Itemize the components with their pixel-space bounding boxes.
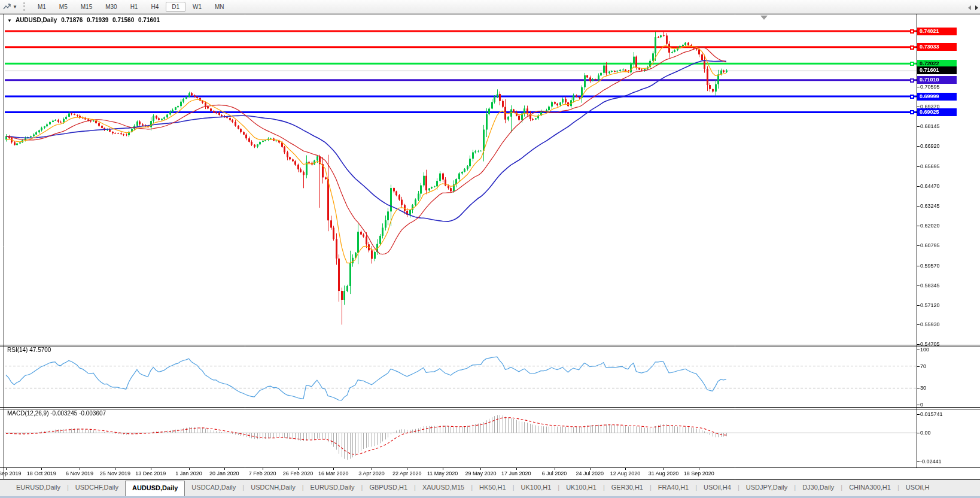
timeframe-button-m15[interactable]: M15 bbox=[75, 2, 98, 12]
chart-tab-uk100-h1[interactable]: UK100,H1 bbox=[515, 480, 558, 497]
chart-tab-eurusd-daily[interactable]: EURUSD,Daily bbox=[304, 480, 361, 497]
macd-axis-label: 0.00 bbox=[920, 430, 931, 436]
chart-tab-gbpusd-h1[interactable]: GBPUSD,H1 bbox=[363, 480, 414, 497]
rsi-axis-label: 100 bbox=[920, 347, 929, 353]
x-axis-date-label: 13 Dec 2019 bbox=[135, 470, 166, 476]
ohlc-low: 0.71560 bbox=[112, 17, 134, 23]
y-axis-label: 0.63245 bbox=[920, 203, 940, 209]
y-axis-label: 0.70595 bbox=[920, 84, 940, 90]
chart-tab-usdchf-daily[interactable]: USDCHF,Daily bbox=[69, 480, 125, 497]
chart-tab-audusd-daily[interactable]: AUDUSD,Daily bbox=[125, 481, 185, 497]
ohlc-close: 0.71601 bbox=[138, 17, 160, 23]
price-chart-canvas[interactable] bbox=[0, 0, 980, 498]
timeframe-button-mn[interactable]: MN bbox=[209, 2, 230, 12]
chart-tab-usdjpy-daily[interactable]: USDJPY,Daily bbox=[739, 480, 795, 497]
tab-scroll-right-icon[interactable] bbox=[975, 5, 978, 10]
chart-tab-china300-h1[interactable]: CHINA300,H1 bbox=[842, 480, 897, 497]
x-axis-date-label: 25 Nov 2019 bbox=[100, 470, 130, 476]
ohlc-open: 0.71876 bbox=[61, 17, 83, 23]
rsi-indicator-label: RSI(14) 47.5700 bbox=[7, 347, 51, 353]
chart-tab-dj30-daily[interactable]: DJ30,Daily bbox=[796, 480, 841, 497]
price-line-arrow-icon[interactable] bbox=[2, 2, 11, 11]
x-axis-date-label: 26 Feb 2020 bbox=[283, 470, 314, 476]
y-axis-label: 0.60795 bbox=[920, 242, 940, 248]
x-axis-date-label: 18 Sep 2020 bbox=[684, 470, 714, 476]
chart-tab-uk100-h1[interactable]: UK100,H1 bbox=[559, 480, 603, 497]
rsi-axis-label: 0 bbox=[920, 402, 923, 408]
y-axis-label: 0.55930 bbox=[920, 321, 940, 327]
x-axis-date-label: 6 Jul 2020 bbox=[542, 470, 567, 476]
chart-tab-xauusd-m15[interactable]: XAUUSD,M15 bbox=[416, 480, 471, 497]
chart-tab-usdcnh-daily[interactable]: USDCNH,Daily bbox=[244, 480, 302, 497]
x-axis-date-label: 3 Apr 2020 bbox=[358, 470, 385, 476]
timeframe-toolbar: ▼ M1M5M15M30H1H4D1W1MN bbox=[0, 0, 980, 14]
chart-tab-usoil-h[interactable]: USOil,H bbox=[899, 480, 936, 497]
chart-tab-hk50-h1[interactable]: HK50,H1 bbox=[473, 480, 513, 497]
y-axis-label: 0.62020 bbox=[920, 223, 940, 229]
toolbar-grip bbox=[23, 2, 25, 11]
timeframe-button-w1[interactable]: W1 bbox=[187, 2, 208, 12]
chevron-down-icon[interactable]: ▼ bbox=[13, 4, 17, 10]
x-axis-date-label: 17 Jun 2020 bbox=[501, 470, 531, 476]
chart-tab-usoil-h4[interactable]: USOil,H4 bbox=[697, 480, 738, 497]
chart-symbol: AUDUSD,Daily bbox=[16, 17, 57, 23]
y-axis-label: 0.57120 bbox=[920, 302, 940, 308]
trading-terminal: { "toolbar": { "timeframes": [ {"label":… bbox=[0, 0, 980, 498]
y-axis-label: 0.59570 bbox=[920, 263, 940, 269]
macd-axis-label: 0.015741 bbox=[920, 411, 943, 417]
rsi-axis-label: 30 bbox=[920, 385, 926, 391]
timeframe-button-h1[interactable]: H1 bbox=[124, 2, 144, 12]
x-axis-date-label: 20 Jan 2020 bbox=[209, 470, 239, 476]
timeframe-button-m1[interactable]: M1 bbox=[32, 2, 52, 12]
timeframe-button-h4[interactable]: H4 bbox=[145, 2, 165, 12]
chart-collapse-icon[interactable]: ▼ bbox=[7, 18, 12, 23]
chart-tab-eurusd-daily[interactable]: EURUSD,Daily bbox=[10, 480, 67, 497]
timeframe-button-d1[interactable]: D1 bbox=[166, 2, 185, 12]
hline-price-tag: 0.69999 bbox=[917, 93, 957, 101]
timeframe-button-m30[interactable]: M30 bbox=[99, 2, 123, 12]
chart-tab-usdcad-daily[interactable]: USDCAD,Daily bbox=[185, 480, 242, 497]
hline-price-tag: 0.73033 bbox=[917, 43, 957, 51]
macd-indicator-label: MACD(12,26,9) -0.003245 -0.003607 bbox=[7, 410, 106, 417]
hline-price-tag: 0.69025 bbox=[917, 108, 957, 116]
timeframe-buttons: M1M5M15M30H1H4D1W1MN bbox=[31, 2, 231, 12]
x-axis-date-label: 30 Sep 2019 bbox=[0, 470, 22, 476]
macd-axis-label: -0.02441 bbox=[920, 458, 942, 464]
rsi-axis-label: 70 bbox=[920, 363, 926, 369]
hline-price-tag: 0.71010 bbox=[917, 76, 957, 84]
y-axis-label: 0.66920 bbox=[920, 143, 940, 149]
tab-scroll-arrows bbox=[968, 5, 978, 10]
y-axis-label: 0.68145 bbox=[920, 123, 940, 129]
x-axis-date-label: 31 Aug 2020 bbox=[649, 470, 679, 476]
chart-tab-ger30-h1[interactable]: GER30,H1 bbox=[605, 480, 650, 497]
chart-title: ▼AUDUSD,Daily 0.71876 0.71939 0.71560 0.… bbox=[7, 17, 162, 23]
chart-tabs: EURUSD,Daily|USDCHF,DailyAUDUSD,DailyUSD… bbox=[10, 480, 936, 497]
current-price-tag: 0.71601 bbox=[917, 66, 957, 74]
x-axis-date-label: 7 Feb 2020 bbox=[249, 470, 276, 476]
hline-price-tag: 0.74021 bbox=[917, 28, 957, 35]
chart-shift-marker[interactable] bbox=[760, 16, 768, 20]
x-axis-date-label: 24 Jul 2020 bbox=[576, 470, 604, 476]
x-axis-date-label: 16 Mar 2020 bbox=[318, 470, 349, 476]
x-axis-date-label: 18 Oct 2019 bbox=[27, 470, 56, 476]
x-axis-date-label: 12 Aug 2020 bbox=[610, 470, 641, 476]
ohlc-high: 0.71939 bbox=[87, 17, 108, 23]
x-axis-date-label: 1 Jan 2020 bbox=[175, 470, 202, 476]
x-axis-date-label: 6 Nov 2019 bbox=[66, 470, 93, 476]
y-axis-label: 0.65695 bbox=[920, 163, 940, 169]
y-axis-label: 0.64470 bbox=[920, 183, 940, 189]
x-axis-date-label: 29 May 2020 bbox=[465, 470, 496, 476]
chart-tab-fra40-h1[interactable]: FRA40,H1 bbox=[652, 480, 695, 497]
timeframe-button-m5[interactable]: M5 bbox=[53, 2, 74, 12]
y-axis-label: 0.58345 bbox=[920, 283, 940, 289]
x-axis-date-label: 22 Apr 2020 bbox=[392, 470, 422, 476]
tab-scroll-left-icon[interactable] bbox=[968, 5, 971, 10]
chart-tab-bar: EURUSD,Daily|USDCHF,DailyAUDUSD,DailyUSD… bbox=[0, 479, 980, 497]
x-axis-date-label: 11 May 2020 bbox=[427, 470, 458, 476]
